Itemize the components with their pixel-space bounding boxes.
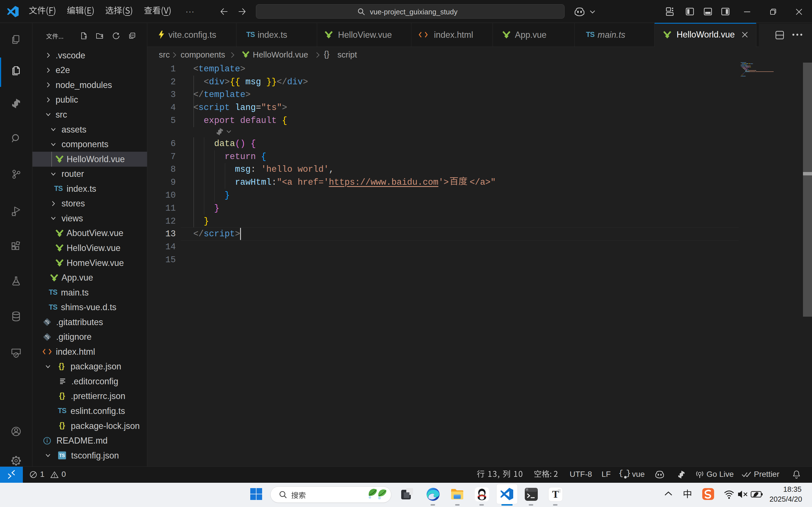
- svg-text:T: T: [552, 489, 559, 500]
- svg-text:TS: TS: [59, 453, 65, 458]
